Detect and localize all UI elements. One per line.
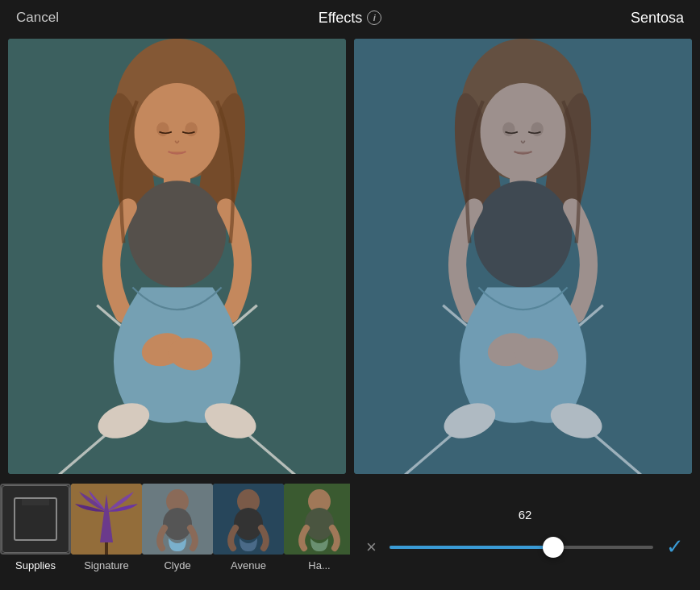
header-center: Effects i [319, 10, 382, 27]
header-left: Cancel [16, 10, 113, 26]
filter-thumb-supplies-inner [2, 485, 69, 553]
slider-thumb[interactable] [543, 537, 564, 558]
filter-label-ha: Ha... [308, 559, 330, 571]
ha-preview-svg [284, 484, 350, 555]
avenue-preview-svg [213, 484, 284, 555]
effects-title: Effects [319, 10, 363, 27]
filter-thumb-avenue [213, 484, 284, 555]
effect-photo-container [354, 39, 692, 474]
filter-item-avenue[interactable]: Avenue [213, 484, 284, 571]
signature-preview-svg [71, 484, 142, 555]
filter-thumb-avenue-inner [213, 484, 284, 555]
sentosa-title: Sentosa [631, 10, 684, 26]
filter-thumb-clyde-inner [142, 484, 213, 555]
film-icon [14, 497, 57, 541]
film-perfs-right [49, 499, 56, 505]
header: Cancel Effects i Sentosa [0, 0, 700, 35]
filters-section: Supplies [0, 477, 350, 590]
filter-item-ha[interactable]: Ha... [284, 484, 350, 571]
cancel-button[interactable]: Cancel [16, 10, 59, 26]
film-perfs-left [15, 499, 22, 505]
effect-photo [354, 39, 692, 474]
filter-thumb-supplies [0, 484, 71, 555]
svg-rect-16 [8, 39, 346, 474]
filter-label-avenue: Avenue [231, 559, 266, 571]
filter-thumb-clyde [142, 484, 213, 555]
original-photo [8, 39, 346, 474]
svg-point-44 [234, 508, 263, 540]
check-icon: ✓ [666, 534, 684, 559]
filter-label-clyde: Clyde [164, 559, 190, 571]
bottom-bar: Supplies [0, 477, 700, 590]
header-right: Sentosa [587, 10, 684, 27]
svg-point-40 [163, 508, 192, 540]
filter-label-signature: Signature [84, 559, 129, 571]
clyde-preview-svg [142, 484, 213, 555]
controls-section: 62 × ✓ [350, 477, 700, 590]
slider-row: × ✓ [366, 534, 684, 559]
filter-item-clyde[interactable]: Clyde [142, 484, 213, 571]
filter-thumb-ha-inner [284, 484, 350, 555]
filter-thumb-ha [284, 484, 350, 555]
original-photo-panel [5, 35, 349, 477]
confirm-effect-button[interactable]: ✓ [666, 534, 684, 559]
svg-point-48 [305, 508, 334, 540]
svg-rect-34 [354, 39, 692, 474]
x-icon: × [366, 537, 377, 558]
filter-thumb-signature [71, 484, 142, 555]
filter-thumb-signature-inner [71, 484, 142, 555]
effect-photo-panel [351, 35, 695, 477]
info-icon[interactable]: i [367, 10, 381, 25]
slider-fill [390, 546, 553, 549]
main-content [0, 35, 700, 477]
slider-track[interactable] [390, 546, 653, 549]
cancel-effect-button[interactable]: × [366, 537, 377, 558]
filter-label-supplies: Supplies [15, 559, 56, 571]
filter-item-supplies[interactable]: Supplies [0, 484, 71, 571]
slider-value: 62 [519, 508, 532, 521]
original-photo-container [8, 39, 346, 474]
filter-item-signature[interactable]: Signature [71, 484, 142, 571]
